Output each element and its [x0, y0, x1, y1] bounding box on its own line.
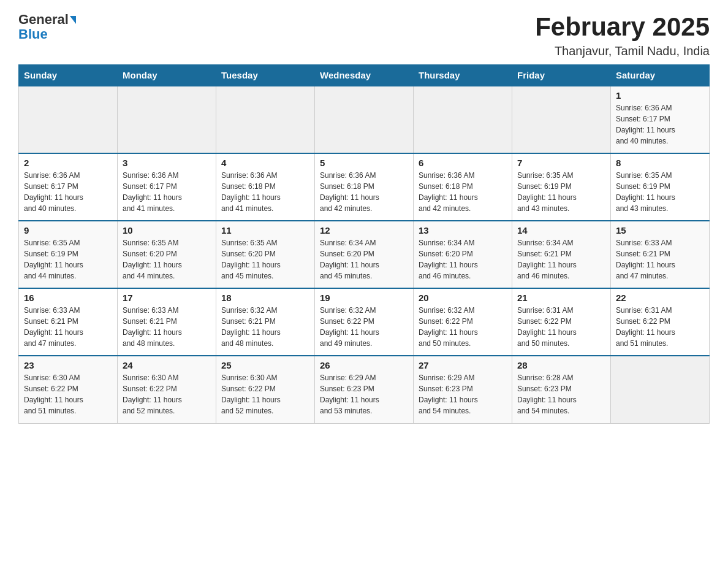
weekday-header-saturday: Saturday [611, 65, 710, 86]
day-info: Sunrise: 6:33 AM Sunset: 6:21 PM Dayligh… [24, 305, 112, 349]
calendar-cell [315, 86, 414, 153]
calendar-cell: 3Sunrise: 6:36 AM Sunset: 6:17 PM Daylig… [118, 153, 216, 221]
day-number: 9 [24, 225, 112, 236]
day-number: 2 [24, 158, 112, 168]
day-number: 19 [320, 293, 408, 303]
day-number: 22 [616, 293, 704, 303]
calendar-subtitle: Thanjavur, Tamil Nadu, India [535, 44, 710, 58]
weekday-header-row: SundayMondayTuesdayWednesdayThursdayFrid… [19, 65, 710, 86]
calendar-cell: 8Sunrise: 6:35 AM Sunset: 6:19 PM Daylig… [611, 153, 710, 221]
day-number: 11 [221, 225, 309, 236]
weekday-header-sunday: Sunday [19, 65, 118, 86]
calendar-cell: 12Sunrise: 6:34 AM Sunset: 6:20 PM Dayli… [315, 221, 414, 288]
calendar-cell: 17Sunrise: 6:33 AM Sunset: 6:21 PM Dayli… [118, 288, 216, 356]
calendar-cell: 20Sunrise: 6:32 AM Sunset: 6:22 PM Dayli… [414, 288, 512, 356]
day-info: Sunrise: 6:34 AM Sunset: 6:20 PM Dayligh… [419, 237, 507, 282]
calendar-title: February 2025 [535, 12, 710, 42]
logo: General Blue [18, 12, 76, 42]
calendar-cell: 4Sunrise: 6:36 AM Sunset: 6:18 PM Daylig… [216, 153, 315, 221]
weekday-header-thursday: Thursday [414, 65, 512, 86]
day-number: 3 [123, 158, 211, 168]
day-number: 17 [123, 293, 211, 303]
day-info: Sunrise: 6:30 AM Sunset: 6:22 PM Dayligh… [221, 372, 309, 416]
calendar-cell: 2Sunrise: 6:36 AM Sunset: 6:17 PM Daylig… [19, 153, 118, 221]
day-number: 20 [419, 293, 507, 303]
calendar-cell [216, 86, 315, 153]
calendar-week-row: 9Sunrise: 6:35 AM Sunset: 6:19 PM Daylig… [19, 221, 710, 288]
day-number: 4 [221, 158, 309, 168]
day-number: 23 [24, 360, 112, 370]
day-number: 12 [320, 225, 408, 236]
day-number: 24 [123, 360, 211, 370]
day-info: Sunrise: 6:36 AM Sunset: 6:17 PM Dayligh… [616, 102, 704, 147]
calendar-cell: 27Sunrise: 6:29 AM Sunset: 6:23 PM Dayli… [414, 356, 512, 423]
day-number: 27 [419, 360, 507, 370]
day-info: Sunrise: 6:30 AM Sunset: 6:22 PM Dayligh… [123, 372, 211, 416]
calendar-cell [611, 356, 710, 423]
day-info: Sunrise: 6:33 AM Sunset: 6:21 PM Dayligh… [616, 237, 704, 282]
weekday-header-wednesday: Wednesday [315, 65, 414, 86]
day-info: Sunrise: 6:36 AM Sunset: 6:17 PM Dayligh… [123, 170, 211, 214]
weekday-header-monday: Monday [118, 65, 216, 86]
calendar-cell [118, 86, 216, 153]
calendar-cell: 23Sunrise: 6:30 AM Sunset: 6:22 PM Dayli… [19, 356, 118, 423]
calendar-cell: 14Sunrise: 6:34 AM Sunset: 6:21 PM Dayli… [512, 221, 611, 288]
day-info: Sunrise: 6:28 AM Sunset: 6:23 PM Dayligh… [517, 372, 605, 416]
day-info: Sunrise: 6:32 AM Sunset: 6:22 PM Dayligh… [320, 305, 408, 349]
day-info: Sunrise: 6:29 AM Sunset: 6:23 PM Dayligh… [419, 372, 507, 416]
day-number: 10 [123, 225, 211, 236]
day-info: Sunrise: 6:33 AM Sunset: 6:21 PM Dayligh… [123, 305, 211, 349]
calendar-cell [414, 86, 512, 153]
day-number: 21 [517, 293, 605, 303]
calendar-week-row: 16Sunrise: 6:33 AM Sunset: 6:21 PM Dayli… [19, 288, 710, 356]
calendar-cell: 16Sunrise: 6:33 AM Sunset: 6:21 PM Dayli… [19, 288, 118, 356]
day-number: 28 [517, 360, 605, 370]
calendar-cell: 1Sunrise: 6:36 AM Sunset: 6:17 PM Daylig… [611, 86, 710, 153]
day-info: Sunrise: 6:35 AM Sunset: 6:19 PM Dayligh… [616, 170, 704, 214]
title-block: February 2025 Thanjavur, Tamil Nadu, Ind… [535, 12, 710, 58]
calendar-cell: 22Sunrise: 6:31 AM Sunset: 6:22 PM Dayli… [611, 288, 710, 356]
day-info: Sunrise: 6:36 AM Sunset: 6:18 PM Dayligh… [320, 170, 408, 214]
day-info: Sunrise: 6:36 AM Sunset: 6:18 PM Dayligh… [419, 170, 507, 214]
calendar-cell: 28Sunrise: 6:28 AM Sunset: 6:23 PM Dayli… [512, 356, 611, 423]
day-info: Sunrise: 6:35 AM Sunset: 6:20 PM Dayligh… [123, 237, 211, 282]
day-info: Sunrise: 6:31 AM Sunset: 6:22 PM Dayligh… [517, 305, 605, 349]
calendar-cell: 15Sunrise: 6:33 AM Sunset: 6:21 PM Dayli… [611, 221, 710, 288]
calendar-cell: 19Sunrise: 6:32 AM Sunset: 6:22 PM Dayli… [315, 288, 414, 356]
day-info: Sunrise: 6:30 AM Sunset: 6:22 PM Dayligh… [24, 372, 112, 416]
calendar-cell: 5Sunrise: 6:36 AM Sunset: 6:18 PM Daylig… [315, 153, 414, 221]
logo-triangle-icon [70, 16, 76, 24]
calendar-cell: 21Sunrise: 6:31 AM Sunset: 6:22 PM Dayli… [512, 288, 611, 356]
calendar-cell: 7Sunrise: 6:35 AM Sunset: 6:19 PM Daylig… [512, 153, 611, 221]
day-info: Sunrise: 6:29 AM Sunset: 6:23 PM Dayligh… [320, 372, 408, 416]
day-number: 25 [221, 360, 309, 370]
day-number: 26 [320, 360, 408, 370]
day-number: 6 [419, 158, 507, 168]
calendar-cell: 6Sunrise: 6:36 AM Sunset: 6:18 PM Daylig… [414, 153, 512, 221]
page-header: General Blue February 2025 Thanjavur, Ta… [18, 12, 710, 58]
calendar-cell: 10Sunrise: 6:35 AM Sunset: 6:20 PM Dayli… [118, 221, 216, 288]
day-info: Sunrise: 6:35 AM Sunset: 6:19 PM Dayligh… [517, 170, 605, 214]
logo-blue-text: Blue [18, 27, 48, 42]
day-number: 14 [517, 225, 605, 236]
day-number: 1 [616, 90, 704, 101]
calendar-cell: 25Sunrise: 6:30 AM Sunset: 6:22 PM Dayli… [216, 356, 315, 423]
calendar-cell [512, 86, 611, 153]
day-number: 16 [24, 293, 112, 303]
day-info: Sunrise: 6:35 AM Sunset: 6:19 PM Dayligh… [24, 237, 112, 282]
calendar-cell: 13Sunrise: 6:34 AM Sunset: 6:20 PM Dayli… [414, 221, 512, 288]
calendar-cell [19, 86, 118, 153]
day-info: Sunrise: 6:36 AM Sunset: 6:17 PM Dayligh… [24, 170, 112, 214]
day-number: 15 [616, 225, 704, 236]
day-number: 18 [221, 293, 309, 303]
day-number: 7 [517, 158, 605, 168]
calendar-cell: 9Sunrise: 6:35 AM Sunset: 6:19 PM Daylig… [19, 221, 118, 288]
calendar-cell: 26Sunrise: 6:29 AM Sunset: 6:23 PM Dayli… [315, 356, 414, 423]
day-number: 5 [320, 158, 408, 168]
day-info: Sunrise: 6:32 AM Sunset: 6:21 PM Dayligh… [221, 305, 309, 349]
day-info: Sunrise: 6:32 AM Sunset: 6:22 PM Dayligh… [419, 305, 507, 349]
day-number: 13 [419, 225, 507, 236]
day-info: Sunrise: 6:35 AM Sunset: 6:20 PM Dayligh… [221, 237, 309, 282]
day-info: Sunrise: 6:31 AM Sunset: 6:22 PM Dayligh… [616, 305, 704, 349]
day-info: Sunrise: 6:34 AM Sunset: 6:21 PM Dayligh… [517, 237, 605, 282]
